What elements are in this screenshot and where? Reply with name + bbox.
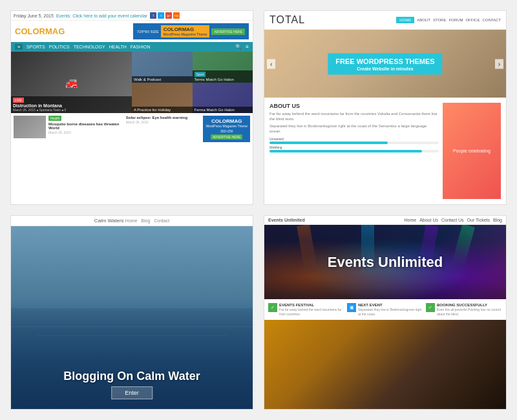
events-feature1-desc: Far far away behind the word mountains f… xyxy=(279,308,344,316)
cm-nav-sports[interactable]: SPORTS xyxy=(26,45,45,49)
cm-social-icons: f t g+ rss xyxy=(150,12,180,19)
cm-logo-end: MAG xyxy=(45,26,65,36)
cm-date-overlay: March 26, 2015 ● Sportana Town ● 0 xyxy=(13,108,130,112)
cm-sub-headline1-overlay: Walk & Podcast xyxy=(132,76,193,83)
cm-ad-cta[interactable]: ADVERTISE HERE xyxy=(211,134,243,140)
total-progress1-bar xyxy=(269,142,439,144)
total-about-body2: Separated they live in Bookmarksgrove ri… xyxy=(269,123,439,134)
cm-nav-home[interactable]: ≡ xyxy=(15,44,23,50)
cm-solar-title: Solar eclipse: Eye health warning xyxy=(126,116,201,120)
rss-icon[interactable]: rss xyxy=(173,12,180,19)
cm-top-right3: Sport Terms Match Go Halon xyxy=(193,52,253,83)
cm-top-right2: A Practice for Holiday xyxy=(132,83,193,114)
events-feature1-text: EVENTS FESTIVAL Far far away behind the … xyxy=(279,303,344,316)
cm-nav-technology[interactable]: TECHNOLOGY xyxy=(74,45,105,49)
events-icon1: ✓ xyxy=(268,303,277,312)
events-feature2: ▣ NEXT EVENT Separated they live in Book… xyxy=(347,303,423,316)
calm-enter-button[interactable]: Enter xyxy=(111,386,153,399)
events-icon2: ▣ xyxy=(347,303,356,312)
total-about-text-block: ABOUT US Far far away behind the word mo… xyxy=(269,103,439,199)
calm-hero-title: Blogging On Calm Water xyxy=(11,370,253,383)
cm-nav: ≡ SPORTS POLITICS TECHNOLOGY HEALTH FASH… xyxy=(11,42,253,52)
cm-sub-headline3-overlay: Sport Terms Match Go Halon xyxy=(193,70,253,83)
events-feature2-desc: Separated they live in Bookmarksgrove ri… xyxy=(358,308,423,316)
card-total: TOTAL HOME ABOUT STORE FORUM OFFICE CONT… xyxy=(264,10,507,205)
cm-thumb1 xyxy=(14,116,46,138)
total-hero-next[interactable]: › xyxy=(495,59,503,68)
cm-main-headline: Distruction in Montana xyxy=(13,103,130,108)
calm-nav-links: Home Blog Contact xyxy=(125,218,169,223)
card-calm-waters: Calm Waters Home Blog Contact Blogging O… xyxy=(10,215,253,410)
cm-size-text: 728*90 SIZE xyxy=(137,30,159,34)
events-feature2-title: NEXT EVENT xyxy=(358,303,423,307)
total-hero-title: FREE WORDPRESS THEMES xyxy=(335,57,434,65)
total-logo: TOTAL xyxy=(269,14,305,26)
gplus-icon[interactable]: g+ xyxy=(165,12,172,19)
cm-article1-date: March 26, 2015 xyxy=(48,131,123,134)
cm-logo-start: COLOR xyxy=(15,26,45,36)
cm-date: Friday June 5, 2015 xyxy=(14,14,54,18)
facebook-icon[interactable]: f xyxy=(150,12,156,19)
total-nav-store[interactable]: STORE xyxy=(433,18,447,22)
events-feature1: ✓ EVENTS FESTIVAL Far far away behind th… xyxy=(268,303,344,316)
total-nav-contact[interactable]: CONTACT xyxy=(482,18,501,22)
total-progress1-fill xyxy=(269,142,388,144)
total-progress2-bar xyxy=(269,150,439,152)
total-hero-prev[interactable]: ‹ xyxy=(267,59,275,68)
twitter-icon[interactable]: t xyxy=(158,12,164,19)
cm-nav-politics[interactable]: POLITICS xyxy=(49,45,70,49)
cm-logo: COLORMAG xyxy=(15,26,65,36)
cm-sub-headline4-overlay: Ferma Match Go Halon xyxy=(193,107,253,113)
total-logo-light: AL xyxy=(291,14,306,25)
cm-bottom-section: Health Mosquito borne diseases has threa… xyxy=(11,113,253,145)
total-hero-subtitle: Create Website in minutes xyxy=(335,66,434,70)
cm-nav-fashion[interactable]: FASHION xyxy=(131,45,151,49)
total-nav-office[interactable]: OFFICE xyxy=(465,18,480,22)
cm-header-ad[interactable]: 728*90 SIZE COLORMAG WordPress Magazine … xyxy=(133,23,249,39)
cm-search-icon[interactable]: 🔍 xyxy=(235,44,242,50)
cm-ad-inner: COLORMAG WordPress Magazine Theme xyxy=(161,25,210,37)
cm-event-text: Events: Click here to add your event cal… xyxy=(56,14,147,18)
events-hero: Events Unlimited xyxy=(264,225,506,299)
cm-header: COLORMAG 728*90 SIZE COLORMAG WordPress … xyxy=(11,21,253,42)
cm-breaking-tag: LIVE xyxy=(13,98,24,103)
total-about-section: ABOUT US Far far away behind the word mo… xyxy=(264,98,506,204)
calm-hero: Blogging On Calm Water Enter xyxy=(11,226,253,409)
total-progress-section: Unnamed Webbing xyxy=(269,137,439,152)
cm-sub-headline2-overlay: A Practice for Holiday xyxy=(132,107,193,113)
total-nav-about[interactable]: ABOUT xyxy=(417,18,430,22)
total-about-title: ABOUT US xyxy=(269,103,439,109)
cm-top-right1: Walk & Podcast xyxy=(132,52,193,83)
cm-health-tag: Health xyxy=(48,116,61,121)
cm-sidebar-ad[interactable]: COLORMAG WordPress Magazine Theme 300×25… xyxy=(203,116,250,142)
cm-sub-headline2: A Practice for Holiday xyxy=(134,108,191,112)
total-about-image: People celebrating xyxy=(443,103,501,199)
total-nav-home[interactable]: HOME xyxy=(396,17,414,23)
events-feature1-title: EVENTS FESTIVAL xyxy=(279,303,344,307)
events-nav-about[interactable]: About Us xyxy=(419,218,438,222)
cm-article2-date: March 26, 2015 xyxy=(126,120,201,124)
events-nav-tickets[interactable]: Our Tickets xyxy=(467,218,490,222)
cm-image-grid: LIVE Distruction in Montana March 26, 20… xyxy=(11,52,253,113)
cm-ad-sub: WordPress Magazine Theme xyxy=(206,124,248,128)
events-nav-home[interactable]: Home xyxy=(404,218,416,222)
events-features: ✓ EVENTS FESTIVAL Far far away behind th… xyxy=(264,299,506,320)
cm-nav-health[interactable]: HEALTH xyxy=(109,45,127,49)
cm-right-stack: Walk & Podcast A Practice for Holiday xyxy=(132,52,193,113)
card-colormag: Friday June 5, 2015 Events: Click here t… xyxy=(10,10,253,205)
cm-article1: Health Mosquito borne diseases has threa… xyxy=(48,116,123,142)
card-events-unlimited: Events Unlimited Home About Us Contact U… xyxy=(264,215,507,410)
events-feature3-desc: Even the all-powerful Pointing has no co… xyxy=(437,308,502,316)
main-grid: Friday June 5, 2015 Events: Click here t… xyxy=(0,0,517,420)
cm-advertise-btn[interactable]: ADVERTISE HERE xyxy=(211,28,245,35)
total-hero-banner: FREE WORDPRESS THEMES Create Website in … xyxy=(328,53,442,74)
cm-sub-headline1: Walk & Podcast xyxy=(134,78,191,81)
events-nav-contact[interactable]: Contact Us xyxy=(441,218,464,222)
events-feature3-title: BOOKING SUCCESSFULLY xyxy=(437,303,502,307)
total-about-img-label: People celebrating xyxy=(450,146,493,156)
cm-menu-icon[interactable]: ≡ xyxy=(246,44,249,50)
total-nav-forum[interactable]: FORUM xyxy=(448,18,463,22)
cm-headline-overlay: LIVE Distruction in Montana March 26, 20… xyxy=(11,96,132,113)
sport-tag: Sport xyxy=(195,72,206,77)
events-nav-blog[interactable]: Blog xyxy=(493,218,502,222)
